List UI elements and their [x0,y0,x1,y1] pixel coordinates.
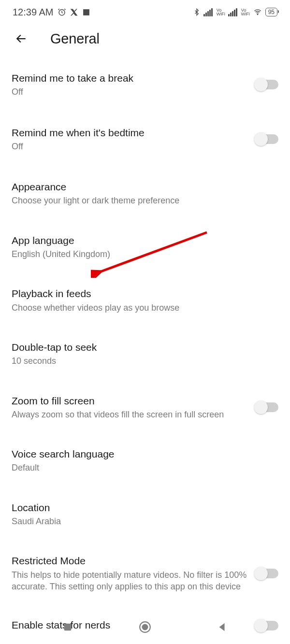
nav-recent-button[interactable] [60,620,75,634]
setting-sub: Default [12,462,278,473]
svg-rect-5 [64,624,72,631]
navigation-bar [0,615,290,644]
svg-point-7 [143,625,148,630]
status-time: 12:39 AM [13,7,54,18]
svg-point-2 [257,14,258,15]
square-icon [82,8,90,16]
setting-sub: Off [12,86,250,98]
setting-label: Voice search language [12,447,278,460]
setting-label: Remind me to take a break [12,72,250,85]
setting-seek[interactable]: Double-tap to seek 10 seconds [12,324,278,378]
setting-bedtime[interactable]: Remind me when it's bedtime Off [12,109,278,163]
setting-sub: Choose your light or dark theme preferen… [12,195,278,206]
setting-appearance[interactable]: Appearance Choose your light or dark the… [12,163,278,217]
setting-zoom[interactable]: Zoom to fill screen Always zoom so that … [12,378,278,431]
page-header: General [0,23,290,62]
bluetooth-icon [193,8,201,16]
page-title: General [50,31,100,47]
setting-sub: Always zoom so that videos fill the scre… [12,409,250,420]
toggle-bedtime[interactable] [256,134,278,144]
nav-home-button[interactable] [138,620,152,634]
setting-sub: Off [12,141,250,152]
vowifi-label-1: VoWiFi [217,8,225,16]
setting-label: Location [12,501,278,514]
status-bar: 12:39 AM VoWiFi VoWiFi 95 [0,0,290,23]
settings-list: Remind me to take a break Off Remind me … [0,62,290,644]
setting-playback[interactable]: Playback in feeds Choose whether videos … [12,271,278,324]
status-right: VoWiFi VoWiFi 95 [193,8,277,16]
signal-bars-1 [203,8,213,16]
setting-sub: English (United Kingdom) [12,248,278,260]
nav-back-button[interactable] [215,620,230,634]
status-left: 12:39 AM [13,7,90,18]
setting-restricted[interactable]: Restricted Mode This helps to hide poten… [12,538,278,603]
signal-bars-2 [228,8,237,16]
toggle-break[interactable] [256,80,278,89]
setting-label: Restricted Mode [12,554,250,567]
setting-voice[interactable]: Voice search language Default [12,431,278,485]
wifi-icon [253,8,262,16]
toggle-restricted[interactable] [256,569,278,578]
setting-sub: 10 seconds [12,355,278,367]
setting-location[interactable]: Location Saudi Arabia [12,485,278,538]
setting-break[interactable]: Remind me to take a break Off [12,62,278,109]
battery-indicator: 95 [265,8,277,16]
setting-sub: Saudi Arabia [12,515,278,527]
setting-label: Remind me when it's bedtime [12,126,250,139]
toggle-zoom[interactable] [256,402,278,412]
setting-language[interactable]: App language English (United Kingdom) [12,217,278,271]
setting-label: Double-tap to seek [12,341,278,354]
setting-label: Playback in feeds [12,287,278,300]
x-icon [70,8,78,16]
svg-rect-1 [83,9,89,15]
vowifi-label-2: VoWiFi [241,8,250,16]
setting-label: Appearance [12,180,278,193]
setting-sub: This helps to hide potentially mature vi… [12,569,250,593]
back-button[interactable] [13,30,30,47]
setting-label: Zoom to fill screen [12,394,250,407]
setting-sub: Choose whether videos play as you browse [12,302,278,314]
setting-label: App language [12,234,278,247]
alarm-icon [58,8,66,16]
